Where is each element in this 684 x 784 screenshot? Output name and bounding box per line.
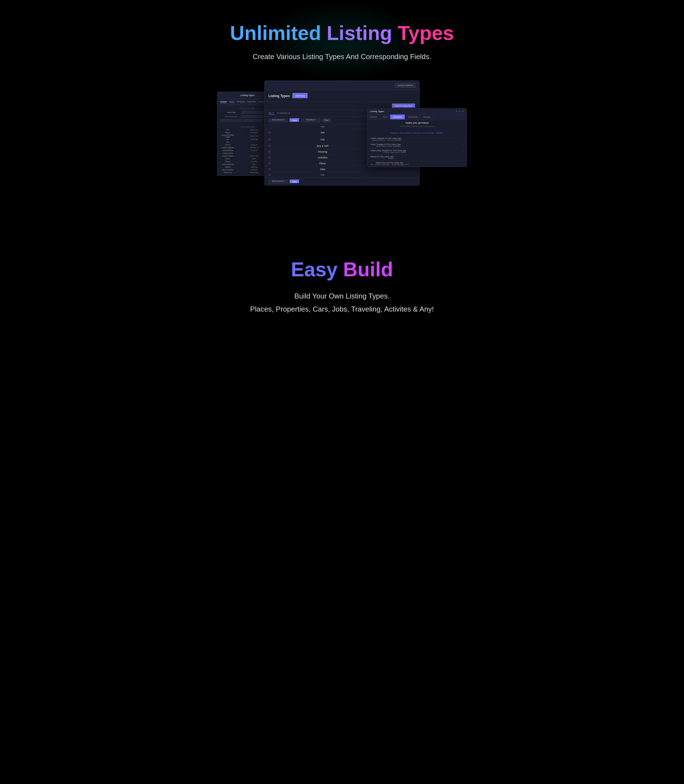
sr-setting-row: Module For This Listing Type Default › (367, 155, 467, 161)
sr-tabs: General Form Templates Notification Sche… (367, 114, 467, 119)
sr-section-title: TEMPLATE SETTINGS (367, 119, 467, 126)
title-word-listing: Listing (327, 22, 392, 44)
sr-tab-form[interactable]: Form (380, 114, 390, 119)
row-checkbox[interactable] (268, 132, 271, 134)
ss-nav-new[interactable]: New (229, 101, 235, 103)
item-name: Place (274, 162, 371, 165)
sr-setting-row: Header Template For This Listing Type [h… (367, 136, 467, 142)
hero-subtitle: Create Various Listing Types And Corresp… (6, 52, 678, 61)
ss-nav-templates[interactable]: Templates (237, 101, 245, 103)
item-name: Jobs (274, 168, 371, 171)
item-name: Buy & Sell (274, 145, 371, 147)
item-name: Title (274, 174, 371, 176)
sc-title-bar: Listing Types Add New (265, 90, 419, 102)
filter-button[interactable]: Filter (322, 119, 331, 122)
screenshots-container: Listing Types General New Templates Noti… (217, 80, 467, 197)
sr-topbar: Listing Types ∧ ∨ ✕ (367, 108, 467, 114)
sr-setting-row: Footer Template For This Listing Type [f… (367, 142, 467, 148)
search-listing-type-button[interactable]: Search Listing Type (392, 103, 416, 108)
title-word-build: Build (343, 258, 393, 280)
title-word-types: Types (398, 22, 454, 44)
screenshot-right: Listing Types ∧ ∨ ✕ General Form Templat… (367, 108, 467, 167)
sr-tab-templates[interactable]: Templates (390, 114, 405, 119)
item-name: Housing (274, 150, 371, 153)
apply-button-bottom[interactable]: Apply (290, 179, 300, 184)
row-checkbox[interactable] (268, 145, 271, 147)
row-checkbox[interactable] (268, 138, 271, 141)
sr-tab-schema[interactable]: Schema (421, 114, 434, 119)
hero-title: Unlimited Listing Types (6, 22, 678, 44)
row-checkbox[interactable] (268, 156, 271, 159)
sr-control-down[interactable]: ∨ (459, 110, 461, 113)
item-name: Car (274, 138, 371, 141)
sr-setting-arrow: › (463, 150, 463, 153)
hero-section: Unlimited Listing Types Create Various L… (0, 0, 684, 236)
col-header-title: Title (274, 126, 371, 128)
apply-button-top[interactable]: Apply (290, 118, 300, 122)
bulk-actions-select-bottom[interactable]: Bulk actions ▾ (268, 180, 288, 184)
easy-build-title: Easy Build (6, 258, 678, 281)
sr-setting-arrow: › (463, 144, 463, 146)
ss-nav-notification[interactable]: Notification (247, 101, 256, 103)
sr-setting-arrow: › (463, 138, 463, 140)
item-name: Pet (274, 131, 371, 134)
tab-all[interactable]: All (7) (268, 112, 274, 114)
row-checkbox[interactable] (268, 151, 271, 153)
sr-section-sub: Set Templates, fallback or Sub Theme set… (367, 126, 467, 129)
sr-title: Listing Types (370, 110, 384, 113)
sr-setting-row: Single Listing Template For This Listing… (367, 148, 467, 155)
sr-control-up[interactable]: ∧ (456, 110, 458, 113)
easy-build-desc1: Build Your Own Listing Types. (6, 292, 678, 301)
table-row: Jobs (265, 166, 419, 172)
sc-bottom-bar: Bulk actions ▾ Apply (265, 177, 419, 185)
ss-nav-general[interactable]: General (220, 101, 226, 103)
title-word-easy: Easy (291, 258, 337, 280)
easy-build-desc2: Places, Properties, Cars, Jobs, Travelin… (6, 305, 678, 314)
add-new-button[interactable]: Add New (292, 93, 308, 99)
bulk-actions-select[interactable]: Bulk actions ▾ (268, 119, 288, 122)
screen-options-button[interactable]: Screen Options (395, 83, 416, 88)
title-word-unlimited: Unlimited (230, 22, 321, 44)
sc-topbar: Screen Options (265, 81, 419, 90)
row-checkbox[interactable] (268, 168, 271, 170)
sr-tab-general[interactable]: General (367, 114, 380, 119)
sr-control-close[interactable]: ✕ (462, 110, 464, 113)
row-checkbox[interactable] (268, 174, 271, 176)
sr-setting-arrow: › (463, 156, 463, 159)
item-name: Activities (274, 156, 371, 159)
page-title: Listing Types (268, 94, 290, 98)
sr-tab-notification[interactable]: Notification (405, 114, 421, 119)
sr-setting-row: Search Form For This Listing Type 391 – … (367, 161, 467, 167)
easy-build-section: Easy Build Build Your Own Listing Types.… (0, 236, 684, 330)
sr-theme-link[interactable]: Configure in Theme Settings (Customize) … (390, 132, 444, 134)
row-checkbox[interactable] (268, 162, 271, 164)
sr-setting-arrow: › (463, 162, 463, 165)
tab-published[interactable]: Published (3) (277, 112, 290, 114)
all-dates-select[interactable]: All dates ▾ (301, 119, 321, 122)
table-row-title: Title (265, 172, 419, 177)
